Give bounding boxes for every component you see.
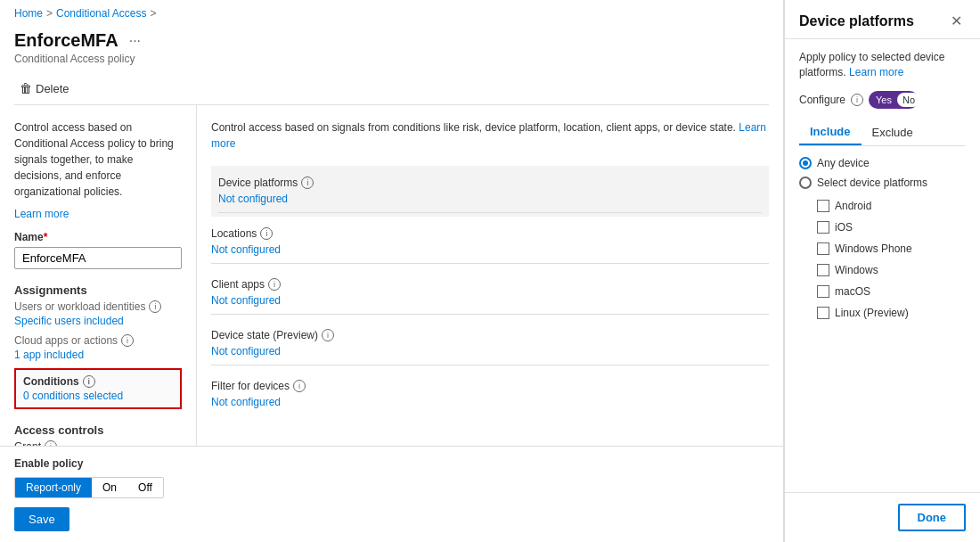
condition-header: Device state (Preview) i bbox=[211, 322, 769, 345]
checkbox-item[interactable]: iOS bbox=[817, 221, 966, 234]
condition-header: Filter for devices i bbox=[211, 373, 769, 396]
condition-info-icon[interactable]: i bbox=[293, 380, 306, 392]
enable-policy-label: Enable policy bbox=[14, 457, 769, 470]
condition-item[interactable]: Client apps iNot configured bbox=[211, 267, 769, 318]
condition-divider bbox=[211, 263, 769, 264]
radio-group: Any deviceSelect device platforms bbox=[799, 157, 966, 189]
condition-label: Client apps bbox=[211, 278, 265, 291]
checkbox-box bbox=[817, 264, 829, 276]
condition-info-icon[interactable]: i bbox=[260, 227, 273, 240]
condition-value[interactable]: Not configured bbox=[211, 294, 769, 314]
checkbox-label: macOS bbox=[835, 285, 870, 298]
radio-option[interactable]: Select device platforms bbox=[799, 177, 966, 189]
page-title-text: EnforceMFA bbox=[14, 30, 118, 51]
delete-label: Delete bbox=[36, 82, 69, 95]
condition-info-icon[interactable]: i bbox=[322, 329, 334, 341]
page-header: EnforceMFA ··· Conditional Access policy bbox=[0, 27, 783, 72]
checkbox-box bbox=[817, 200, 829, 212]
condition-value[interactable]: Not configured bbox=[211, 345, 769, 365]
condition-divider bbox=[218, 212, 762, 213]
checkbox-label: Linux (Preview) bbox=[835, 307, 909, 319]
panel-tab-include[interactable]: Include bbox=[799, 119, 862, 145]
panel-description: Apply policy to selected device platform… bbox=[799, 50, 966, 80]
checkbox-label: Android bbox=[835, 200, 871, 212]
condition-label: Filter for devices bbox=[211, 380, 290, 392]
left-description: Control access based on Conditional Acce… bbox=[14, 119, 182, 200]
conditions-box[interactable]: Conditions i 0 conditions selected bbox=[14, 368, 182, 409]
panel-header: Device platforms ✕ bbox=[785, 0, 980, 39]
access-controls-title: Access controls bbox=[14, 423, 182, 437]
users-row: Users or workload identities i bbox=[14, 300, 182, 313]
breadcrumb-conditional-access[interactable]: Conditional Access bbox=[56, 7, 146, 20]
radio-option[interactable]: Any device bbox=[799, 157, 966, 169]
conditions-list: Device platforms iNot configuredLocation… bbox=[211, 166, 769, 419]
checkbox-item[interactable]: Linux (Preview) bbox=[817, 307, 966, 319]
panel-body: Apply policy to selected device platform… bbox=[785, 39, 980, 492]
configure-toggle[interactable]: Yes No bbox=[869, 91, 919, 109]
radio-label: Select device platforms bbox=[817, 177, 927, 189]
content-body: Control access based on Conditional Acce… bbox=[0, 105, 783, 446]
cloud-info-icon[interactable]: i bbox=[121, 334, 134, 347]
left-learn-more[interactable]: Learn more bbox=[14, 208, 69, 220]
configure-row: Configure i Yes No bbox=[799, 91, 966, 109]
condition-item[interactable]: Locations iNot configured bbox=[211, 217, 769, 267]
checkbox-label: Windows Phone bbox=[835, 242, 912, 255]
device-platforms-panel: Device platforms ✕ Apply policy to selec… bbox=[784, 0, 980, 542]
panel-tab-exclude[interactable]: Exclude bbox=[862, 119, 924, 145]
condition-item[interactable]: Device platforms iNot configured bbox=[211, 166, 769, 217]
users-info-icon[interactable]: i bbox=[149, 300, 161, 313]
users-value[interactable]: Specific users included bbox=[14, 315, 182, 327]
enable-policy-section: Enable policy Report-only On Off Save bbox=[0, 446, 783, 542]
condition-header: Client apps i bbox=[211, 271, 769, 294]
name-field-label: Name* bbox=[14, 231, 182, 243]
panel-tabs: IncludeExclude bbox=[799, 119, 966, 146]
checkbox-item[interactable]: Android bbox=[817, 200, 966, 212]
panel-footer: Done bbox=[785, 492, 980, 542]
breadcrumb-sep1: > bbox=[46, 7, 53, 20]
ellipsis-button[interactable]: ··· bbox=[126, 31, 144, 51]
panel-learn-more[interactable]: Learn more bbox=[849, 66, 903, 78]
checkbox-item[interactable]: macOS bbox=[817, 285, 966, 298]
required-marker: * bbox=[44, 231, 48, 243]
page-subtitle: Conditional Access policy bbox=[14, 53, 769, 65]
checkbox-item[interactable]: Windows bbox=[817, 264, 966, 276]
condition-value[interactable]: Not configured bbox=[211, 243, 769, 263]
condition-item[interactable]: Filter for devices iNot configured bbox=[211, 369, 769, 419]
off-button[interactable]: Off bbox=[127, 478, 163, 497]
panel-title: Device platforms bbox=[799, 13, 914, 29]
done-button[interactable]: Done bbox=[898, 504, 967, 531]
conditions-info-icon[interactable]: i bbox=[83, 375, 95, 388]
condition-value[interactable]: Not configured bbox=[218, 193, 762, 212]
checkbox-box bbox=[817, 242, 829, 255]
checkbox-label: iOS bbox=[835, 221, 853, 234]
delete-button[interactable]: 🗑 Delete bbox=[14, 78, 75, 99]
radio-circle bbox=[799, 177, 812, 189]
checkbox-box bbox=[817, 221, 829, 234]
on-button[interactable]: On bbox=[92, 478, 127, 497]
conditions-title: Conditions i bbox=[23, 375, 173, 388]
save-button[interactable]: Save bbox=[14, 507, 69, 531]
condition-info-icon[interactable]: i bbox=[268, 278, 281, 291]
condition-divider bbox=[211, 314, 769, 315]
condition-value[interactable]: Not configured bbox=[211, 396, 769, 415]
cloud-label: Cloud apps or actions bbox=[14, 334, 118, 347]
policy-toggle-group[interactable]: Report-only On Off bbox=[14, 477, 164, 498]
users-label: Users or workload identities bbox=[14, 300, 145, 313]
condition-item[interactable]: Device state (Preview) iNot configured bbox=[211, 318, 769, 369]
checkbox-item[interactable]: Windows Phone bbox=[817, 242, 966, 255]
name-input[interactable] bbox=[14, 247, 182, 269]
panel-close-button[interactable]: ✕ bbox=[947, 11, 966, 31]
configure-info-icon[interactable]: i bbox=[851, 94, 863, 106]
left-column: Control access based on Conditional Acce… bbox=[0, 105, 196, 446]
condition-info-icon[interactable]: i bbox=[301, 177, 314, 189]
breadcrumb-home[interactable]: Home bbox=[14, 7, 43, 20]
toggle-no: No bbox=[897, 93, 920, 107]
toolbar: 🗑 Delete bbox=[0, 72, 783, 104]
breadcrumb: Home > Conditional Access > bbox=[0, 0, 783, 27]
report-only-button[interactable]: Report-only bbox=[15, 478, 92, 497]
radio-label: Any device bbox=[817, 157, 870, 169]
condition-divider bbox=[211, 365, 769, 365]
checkbox-box bbox=[817, 285, 829, 298]
conditions-value[interactable]: 0 conditions selected bbox=[23, 390, 173, 402]
cloud-value[interactable]: 1 app included bbox=[14, 349, 182, 361]
